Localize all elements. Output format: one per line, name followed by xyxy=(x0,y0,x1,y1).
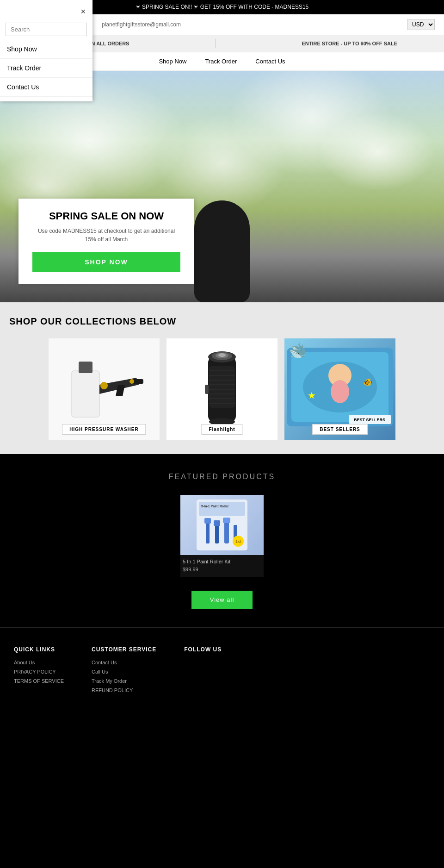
sidebar: × Shop Now Track Order Contact Us xyxy=(0,0,92,101)
svg-point-19 xyxy=(218,353,226,357)
svg-rect-32 xyxy=(199,502,245,516)
promo-divider xyxy=(215,39,216,48)
footer-follow-us: FOLLOW US xyxy=(184,646,222,697)
svg-rect-37 xyxy=(214,520,220,526)
announcement-text: ☀ SPRING SALE ON!! ☀ GET 15% OFF WITH CO… xyxy=(136,4,309,10)
washer-label: HIGH PRESSURE WASHER xyxy=(62,424,146,435)
nav-contact-us[interactable]: Contact Us xyxy=(255,58,285,65)
promo-right: ENTIRE STORE - UP TO 60% OFF SALE xyxy=(302,41,397,46)
product-price: $99.99 xyxy=(180,566,264,577)
footer-quick-links: QUICK LINKS About Us PRIVACY POLICY TERM… xyxy=(14,646,64,697)
products-grid: 5-in-1 Paint Roller 1st 5 In 1 Paint Rol… xyxy=(9,495,435,577)
hero-section: SPRING SALE ON NOW Use code MADNESS15 at… xyxy=(0,71,444,302)
svg-rect-1 xyxy=(79,362,92,373)
search-input[interactable] xyxy=(6,23,87,36)
header-top: planetfightgiftsstore@gmail.com USD EUR … xyxy=(92,14,444,35)
product-card-paint-roller[interactable]: 5-in-1 Paint Roller 1st 5 In 1 Paint Rol… xyxy=(180,495,264,577)
sidebar-item-track-order[interactable]: Track Order xyxy=(0,59,92,78)
collection-card-bestsellers[interactable]: ★ 🐠 🐋 BEST SELLERS BEST SELLERS xyxy=(284,338,395,440)
paint-roller-image: 5-in-1 Paint Roller 1st xyxy=(180,495,264,555)
bestsellers-label: BEST SELLERS xyxy=(312,424,368,435)
collections-section: SHOP OUR COLLECTIONS BELOW xyxy=(0,302,444,454)
hero-subtitle: Use code MADNESS15 at checkout to get an… xyxy=(32,227,180,244)
svg-rect-38 xyxy=(224,520,229,543)
svg-rect-0 xyxy=(72,371,99,417)
svg-text:🐠: 🐠 xyxy=(363,378,372,387)
featured-section: FEATURED PRODUCTS 5-in-1 Paint Roller xyxy=(0,454,444,627)
svg-point-3 xyxy=(100,382,108,389)
svg-rect-39 xyxy=(223,518,230,523)
view-all-button[interactable]: View all xyxy=(191,591,253,609)
footer-customer-service: CUSTOMER SERVICE Contact Us Call Us Trac… xyxy=(92,646,156,697)
sidebar-close-button[interactable]: × xyxy=(0,5,92,19)
nav-track-order[interactable]: Track Order xyxy=(205,58,237,65)
currency-selector[interactable]: USD EUR GBP xyxy=(407,19,435,30)
currency-dropdown[interactable]: USD EUR GBP xyxy=(407,19,435,30)
footer-link-contact[interactable]: Contact Us xyxy=(92,660,156,665)
hero-card: SPRING SALE ON NOW Use code MADNESS15 at… xyxy=(18,199,194,284)
svg-text:🐋: 🐋 xyxy=(291,342,302,352)
svg-point-25 xyxy=(331,380,349,403)
svg-rect-15 xyxy=(205,385,209,394)
featured-title: FEATURED PRODUCTS xyxy=(9,473,435,481)
svg-text:★: ★ xyxy=(308,390,316,400)
footer-follow-us-title: FOLLOW US xyxy=(184,646,222,653)
svg-text:BEST SELLERS: BEST SELLERS xyxy=(354,418,385,422)
footer-quick-links-title: QUICK LINKS xyxy=(14,646,64,653)
collections-grid: HIGH PRESSURE WASHER xyxy=(9,338,435,440)
footer-customer-service-title: CUSTOMER SERVICE xyxy=(92,646,156,653)
product-name: 5 In 1 Paint Roller Kit xyxy=(180,555,264,566)
hero-shop-now-button[interactable]: SHOP NOW xyxy=(32,252,180,272)
svg-text:1st: 1st xyxy=(235,539,241,544)
footer-link-terms[interactable]: TERMS OF SERVICE xyxy=(14,678,64,684)
flashlight-label: Flashlight xyxy=(201,424,242,435)
footer-link-call[interactable]: Call Us xyxy=(92,669,156,674)
footer: QUICK LINKS About Us PRIVACY POLICY TERM… xyxy=(0,627,444,715)
svg-rect-6 xyxy=(209,366,235,408)
footer-link-refund[interactable]: REFUND POLICY xyxy=(92,687,156,693)
sidebar-item-contact-us[interactable]: Contact Us xyxy=(0,78,92,97)
collection-card-flashlight[interactable]: Flashlight xyxy=(166,338,278,440)
svg-point-4 xyxy=(130,379,134,384)
footer-link-track[interactable]: Track My Order xyxy=(92,678,156,684)
svg-text:5-in-1 Paint Roller: 5-in-1 Paint Roller xyxy=(201,505,229,508)
hero-title: SPRING SALE ON NOW xyxy=(32,210,180,222)
footer-grid: QUICK LINKS About Us PRIVACY POLICY TERM… xyxy=(14,646,430,697)
collection-card-washer[interactable]: HIGH PRESSURE WASHER xyxy=(49,338,160,440)
sidebar-item-shop-now[interactable]: Shop Now xyxy=(0,40,92,59)
svg-rect-35 xyxy=(204,518,211,524)
footer-link-privacy[interactable]: PRIVACY POLICY xyxy=(14,669,64,674)
header-email: planetfightgiftsstore@gmail.com xyxy=(102,21,181,28)
collections-title: SHOP OUR COLLECTIONS BELOW xyxy=(9,316,435,327)
footer-link-about[interactable]: About Us xyxy=(14,660,64,665)
svg-rect-34 xyxy=(206,520,210,543)
nav-shop-now[interactable]: Shop Now xyxy=(159,58,186,65)
